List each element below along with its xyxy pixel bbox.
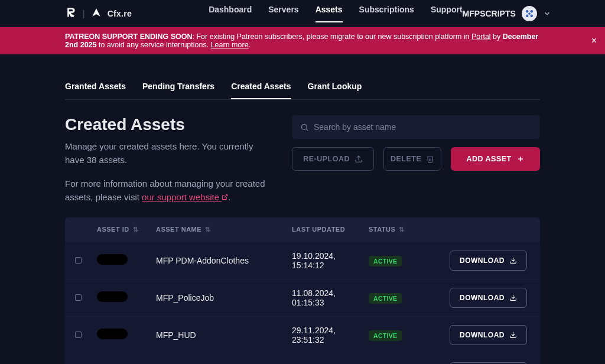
plus-icon [516,155,525,163]
svg-point-2 [530,10,533,13]
last-updated-cell: 19.10.2024,15:14:12 [286,242,363,279]
reupload-button[interactable]: RE-UPLOAD [292,147,374,171]
logo-separator: | [83,9,85,18]
user-menu[interactable]: MFPSCRIPTS [463,6,551,21]
asset-id-redacted [97,291,128,302]
col-asset-name[interactable]: ASSET NAME⇅ [150,217,286,242]
status-badge: ACTIVE [369,330,402,341]
download-button[interactable]: DOWNLOAD [450,288,527,308]
logo-group: | Cfx.re [65,6,132,20]
col-actions [428,217,540,242]
tab-grant-lookup[interactable]: Grant Lookup [308,82,362,99]
asset-name-cell: MFP_Mileage (additional) [150,353,286,364]
sub-tabs: Granted Assets Pending Transfers Created… [65,82,540,100]
tab-created-assets[interactable]: Created Assets [231,82,291,99]
sort-icon: ⇅ [133,226,139,233]
row-checkbox[interactable] [75,332,82,338]
col-status[interactable]: STATUS⇅ [363,217,428,242]
brand-text: Cfx.re [108,9,132,18]
svg-point-3 [526,14,529,17]
download-button[interactable]: DOWNLOAD [450,325,527,345]
page-info: For more information about managing your… [65,177,274,204]
asset-name-cell: MFP PDM-AddonClothes [150,242,286,279]
search-box[interactable] [292,115,540,139]
table-row: MFP PDM-AddonClothes19.10.2024,15:14:12A… [65,242,540,279]
external-link-icon [222,191,228,204]
asset-id-redacted [97,329,128,339]
last-updated-cell: 29.11.2024,23:51:32 [286,316,363,353]
download-button[interactable]: DOWNLOAD [450,251,527,271]
chevron-down-icon [543,9,551,18]
svg-point-4 [530,14,533,17]
nav-support[interactable]: Support [431,5,463,22]
nav-dashboard[interactable]: Dashboard [209,5,252,22]
last-updated-cell: 08.10.2024,20:25:54 [286,353,363,364]
download-icon [509,294,517,301]
nav-assets[interactable]: Assets [315,5,343,22]
asset-id-redacted [97,254,128,265]
last-updated-cell: 11.08.2024,01:15:33 [286,279,363,316]
table-row: MFP_Mileage (additional)08.10.2024,20:25… [65,353,540,364]
sort-icon: ⇅ [205,226,211,233]
page-title: Created Assets [65,115,274,134]
announcement-banner: PATREON SUPPORT ENDING SOON: For existin… [0,27,605,54]
sort-icon: ⇅ [399,226,405,233]
status-badge: ACTIVE [369,293,402,304]
asset-name-cell: MFP_HUD [150,316,286,353]
rockstar-logo-icon [65,6,77,20]
nav-servers[interactable]: Servers [268,5,298,22]
search-input[interactable] [314,122,532,132]
svg-point-7 [302,124,307,129]
svg-line-8 [306,129,308,131]
col-checkbox [65,217,91,242]
table-row: MFP_HUD29.11.2024,23:51:32ACTIVEDOWNLOAD [65,316,540,353]
trash-icon [426,155,434,163]
col-asset-id[interactable]: ASSET ID⇅ [91,217,150,242]
search-icon [300,123,309,132]
banner-portal-link[interactable]: Portal [471,32,491,41]
assets-table: ASSET ID⇅ ASSET NAME⇅ LAST UPDATED STATU… [65,217,540,364]
top-nav: | Cfx.re Dashboard Servers Assets Subscr… [0,0,605,27]
banner-learn-more-link[interactable]: Learn more [211,41,249,49]
add-asset-button[interactable]: ADD ASSET [451,147,540,171]
upload-icon [354,155,363,163]
table-row: MFP_PoliceJob11.08.2024,01:15:33ACTIVEDO… [65,279,540,316]
main-nav: Dashboard Servers Assets Subscriptions S… [209,5,462,22]
row-checkbox[interactable] [75,294,82,301]
tab-granted-assets[interactable]: Granted Assets [65,82,126,99]
svg-line-6 [225,195,227,198]
page-subtitle: Manage your created assets here. You cur… [65,140,274,167]
svg-point-1 [526,10,529,13]
avatar [522,6,537,21]
tab-pending-transfers[interactable]: Pending Transfers [142,82,214,99]
row-checkbox[interactable] [75,257,82,264]
banner-close-icon[interactable]: × [591,35,597,46]
nav-subscriptions[interactable]: Subscriptions [359,5,414,22]
download-icon [509,331,517,339]
delete-button[interactable]: DELETE [383,147,441,171]
support-website-link[interactable]: our support website [142,192,228,202]
asset-name-cell: MFP_PoliceJob [150,279,286,316]
download-icon [509,256,517,264]
cfx-logo-icon [91,7,102,20]
svg-point-5 [528,12,531,15]
status-badge: ACTIVE [369,256,402,266]
username: MFPSCRIPTS [463,9,516,18]
banner-prefix: PATREON SUPPORT ENDING SOON [65,32,193,41]
col-last-updated: LAST UPDATED [286,217,363,242]
